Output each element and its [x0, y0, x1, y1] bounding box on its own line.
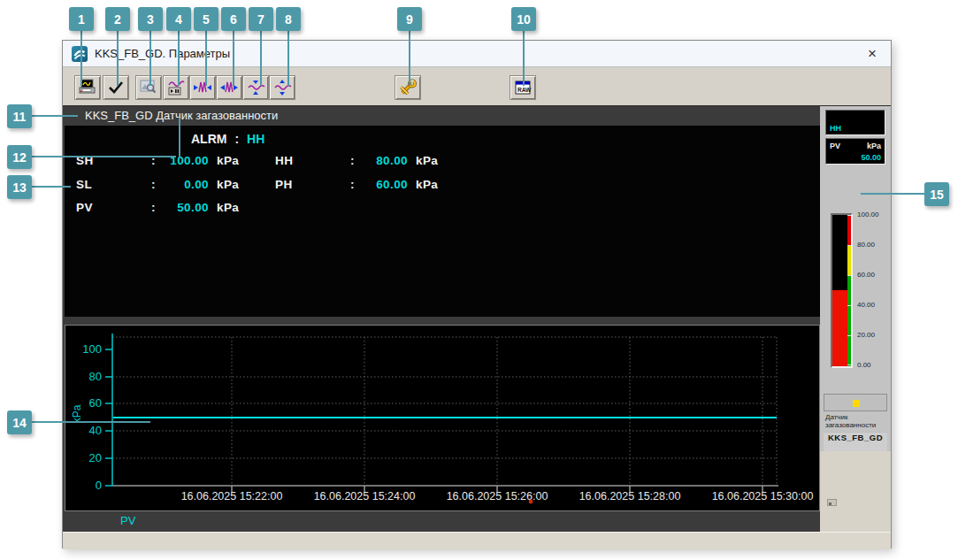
image-magnifier-icon [139, 79, 158, 96]
bar-gauge [831, 213, 853, 368]
app-logo-icon [72, 46, 88, 62]
faceplate-sidebar: HH PV kPa 50.00 [820, 106, 891, 532]
gauge-tick-label: 100.00 [857, 211, 889, 219]
x-tick: 16.06.2025 15:30:00 [712, 490, 814, 502]
param-value: 80.00 [365, 154, 408, 167]
status-indicator-box[interactable] [824, 394, 887, 411]
param-colon: : [151, 201, 166, 214]
pv-value: 50.00 [861, 153, 881, 162]
param-value: 0.00 [166, 178, 209, 191]
x-tick: 16.06.2025 15:26:00 [447, 490, 548, 502]
title-bar[interactable]: KKS_FB_GD. Параметры × [63, 41, 891, 67]
wave-arrows-out-icon [219, 79, 239, 96]
param-value: 50.00 [166, 201, 209, 214]
callout-badge-5: 5 [194, 7, 218, 31]
param-unit: kPa [416, 178, 438, 191]
param-row-pv: PV : 50.00 kPa [76, 201, 239, 214]
param-colon: : [350, 178, 365, 191]
param-colon: : [350, 154, 365, 167]
callout-line-10 [523, 31, 525, 86]
param-unit: kPa [217, 178, 239, 191]
confirm-button[interactable] [103, 75, 129, 100]
gauge-tick-label: 0.00 [857, 361, 889, 369]
callout-line-4 [178, 31, 180, 86]
app-window: KKS_FB_GD. Параметры × [62, 40, 892, 548]
trend-chart[interactable]: 100 80 60 40 20 0 kPa 16.06.2025 15:22:0… [65, 325, 820, 511]
callout-badge-7: 7 [249, 7, 273, 31]
gauge-tick-label: 20.00 [857, 331, 889, 339]
window-title: KKS_FB_GD. Параметры [95, 47, 230, 60]
gauge-zones [847, 215, 851, 366]
main-content: KKS_FB_GD Датчик загазованности ALRM : H… [63, 106, 891, 532]
callout-line-14 [32, 421, 150, 423]
x-tick: 16.06.2025 15:22:00 [181, 490, 283, 502]
callout-line-3 [149, 31, 151, 86]
toolbar: RAW [63, 67, 891, 106]
param-row-sl: SL : 0.00 kPa [76, 178, 239, 191]
callout-badge-6: 6 [221, 7, 246, 31]
callout-badge-12: 12 [7, 145, 32, 169]
compress-value-axis-button[interactable] [242, 75, 269, 100]
print-trend-button[interactable] [74, 75, 101, 100]
legend-pv-label[interactable]: PV [120, 514, 135, 527]
gauge-tick-label: 60.00 [857, 271, 889, 279]
y-tick: 0 [96, 479, 102, 492]
param-label: PV [76, 201, 151, 214]
callout-badge-4: 4 [166, 7, 191, 31]
tag-description: Датчик загазованности [825, 414, 885, 433]
param-colon: : [151, 178, 166, 191]
param-row-ph: PH : 60.00 kPa [275, 178, 438, 191]
callout-badge-3: 3 [138, 7, 163, 31]
callout-badge-11: 11 [7, 104, 32, 128]
param-label: SL [76, 178, 151, 191]
callout-line-6 [233, 31, 234, 86]
param-unit: kPa [416, 154, 438, 167]
zone-mid [847, 245, 851, 275]
tag-name: KKS_FB_GD [824, 432, 887, 451]
status-indicator-icon [853, 400, 860, 407]
y-tick: 80 [89, 370, 102, 383]
callout-badge-10: 10 [511, 7, 536, 31]
expand-time-axis-button[interactable] [216, 75, 242, 100]
pause-trend-button[interactable] [163, 75, 189, 100]
callout-line-7 [260, 31, 262, 86]
callout-badge-15: 15 [924, 182, 949, 206]
x-tick: 16.06.2025 15:24:00 [314, 490, 416, 502]
x-tick: 16.06.2025 15:28:00 [579, 490, 681, 502]
callout-line-12b [179, 118, 180, 157]
expand-value-axis-button[interactable] [269, 75, 295, 100]
callout-line-13 [32, 186, 71, 188]
pv-unit: kPa [867, 142, 881, 150]
alarm-colon: : [234, 132, 239, 146]
param-unit: kPa [217, 154, 239, 167]
param-row-hh: HH : 80.00 kPa [275, 154, 438, 167]
wave-arrows-in-icon [193, 79, 212, 96]
settings-button[interactable] [395, 75, 421, 100]
callout-badge-1: 1 [69, 7, 94, 31]
tools-icon [398, 79, 418, 96]
svg-text:RAW: RAW [517, 87, 532, 93]
callout-line-11 [32, 115, 78, 117]
trend-plot: 100 80 60 40 20 0 kPa 16.06.2025 15:22:0… [65, 326, 819, 510]
zone-high [847, 215, 851, 245]
callout-badge-2: 2 [105, 7, 130, 31]
gauge-tick-label: 40.00 [857, 301, 889, 309]
callout-badge-13: 13 [7, 175, 32, 199]
tag-description-header: KKS_FB_GD Датчик загазованности [85, 109, 278, 125]
gauge-tick-label: 80.00 [857, 241, 889, 249]
close-icon[interactable]: × [861, 43, 884, 65]
zone-low [847, 275, 851, 366]
callout-line-9 [409, 31, 410, 86]
callout-badge-8: 8 [276, 7, 301, 31]
compress-time-axis-button[interactable] [189, 75, 216, 100]
wave-arrows-vertical-in-icon [246, 79, 265, 96]
alarm-value: HH [247, 132, 264, 146]
alarm-state: HH [830, 124, 841, 133]
export-image-button[interactable] [135, 75, 162, 100]
pv-label: PV [830, 142, 840, 150]
callout-line-8 [287, 31, 289, 86]
description-line-2: загазованности [825, 422, 885, 430]
callout-line-5 [205, 31, 207, 86]
callout-line-2 [117, 31, 119, 86]
documentation-page: 1 2 3 4 5 6 7 8 9 10 11 12 13 14 15 KKS_… [0, 0, 958, 560]
